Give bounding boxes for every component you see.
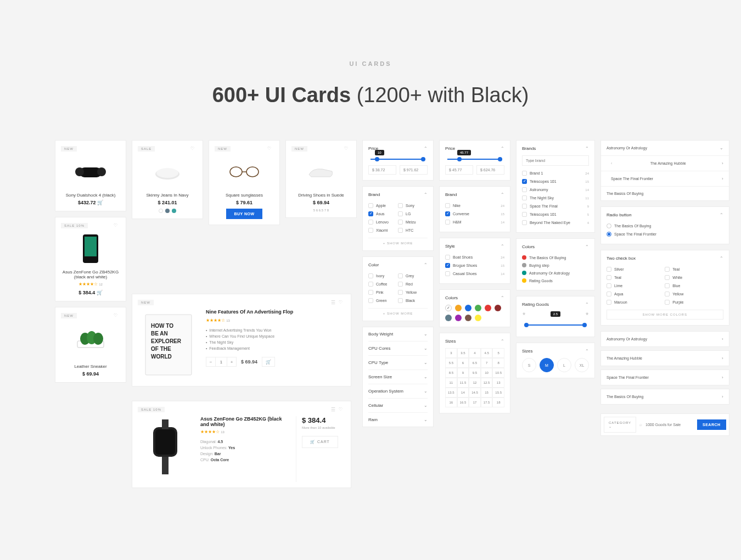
color-swatch[interactable]	[465, 305, 471, 311]
size-cell[interactable]: 5	[492, 348, 504, 358]
size-cell[interactable]: 3.5	[457, 348, 469, 358]
checkbox-row[interactable]: Telescopes 10115	[522, 177, 589, 186]
link-row[interactable]: Astronomy Or Astrology›	[601, 332, 729, 346]
chevron-up-icon[interactable]: ⌃	[424, 262, 428, 267]
color-row[interactable]: Astronomy Or Astrology	[522, 269, 589, 277]
checkbox-row[interactable]: Lime	[607, 282, 665, 290]
rating-slider[interactable]	[524, 324, 587, 326]
checkbox-row[interactable]: Silver	[607, 265, 665, 273]
size-cell[interactable]: 14.5	[469, 388, 481, 397]
chevron-up-icon[interactable]: ⌃	[585, 302, 589, 307]
chevron-up-icon[interactable]: ⌃	[424, 146, 428, 151]
checkbox-row[interactable]: Yellow	[665, 290, 723, 298]
size-cell[interactable]: 10	[481, 368, 493, 378]
color-swatch[interactable]	[475, 305, 481, 311]
checkbox-row[interactable]: Brand 124	[522, 169, 589, 177]
heart-icon[interactable]: ♡	[190, 146, 197, 153]
size-cell[interactable]: 7	[481, 358, 493, 368]
size-button[interactable]: XL	[575, 358, 589, 372]
size-cell[interactable]: 18	[492, 397, 504, 407]
size-cell[interactable]: 6.5	[469, 358, 481, 368]
link-row[interactable]: The Basics Of Buying›	[601, 389, 729, 404]
checkbox-row[interactable]: Teal	[607, 273, 665, 282]
chevron-up-icon[interactable]: ⌃	[501, 244, 504, 249]
brand-search-input[interactable]	[522, 155, 589, 166]
radio-row[interactable]: The Basics Of Buying	[607, 222, 723, 230]
size-cell[interactable]: 3	[445, 348, 457, 358]
list-item[interactable]: The Basics Of Buying	[601, 187, 729, 200]
checkbox-row[interactable]: White	[665, 273, 723, 282]
radio-row[interactable]: Space The Final Frontier	[607, 230, 723, 238]
checkbox-row[interactable]: Boat Shoes24	[445, 253, 504, 261]
size-cell[interactable]: 13	[492, 378, 504, 388]
checkbox-row[interactable]: Pink	[368, 288, 398, 296]
size-button[interactable]: M	[540, 358, 554, 372]
price-min[interactable]: $ 45.77	[445, 165, 473, 175]
product-card[interactable]: NEW ♡ Driving Shoes in Suede $ 69.94 5 6…	[285, 140, 357, 218]
color-row[interactable]: Buying step	[522, 261, 589, 269]
color-swatch[interactable]: ✓	[445, 305, 452, 311]
cart-button[interactable]: 🛒	[262, 357, 275, 367]
checkbox-row[interactable]: Blue	[665, 282, 723, 290]
checkbox-row[interactable]: Nike24	[445, 201, 504, 210]
chevron-up-icon[interactable]: ⌃	[501, 339, 504, 344]
product-card-wide[interactable]: SALE 10% ♡ ☰ Asus ZenFone Go ZB452KG (bl…	[132, 401, 351, 488]
filter-collapsed[interactable]: Body Weight⌄	[368, 327, 428, 341]
checkbox-row[interactable]: The Night Sky11	[522, 194, 589, 202]
checkbox-row[interactable]: H&M14	[445, 218, 504, 226]
price-slider[interactable]: 10	[370, 159, 425, 160]
size-cell[interactable]: 11	[445, 378, 457, 388]
color-swatch[interactable]	[445, 315, 452, 321]
checkbox-row[interactable]: Ivory	[368, 272, 398, 280]
price-min[interactable]: $ 38.72	[368, 165, 396, 175]
checkbox-row[interactable]: Space The Final9	[522, 202, 589, 210]
checkbox-row[interactable]: Green	[368, 296, 398, 305]
checkbox-row[interactable]: Meizu	[398, 218, 428, 226]
heart-icon[interactable]: ♡	[344, 146, 351, 153]
product-card[interactable]: SALE 10% ♡ Asus ZenFone Go ZB452KG (blac…	[55, 217, 126, 301]
filter-collapsed[interactable]: Operation System⌄	[368, 384, 428, 398]
size-cell[interactable]: 13.5	[445, 388, 457, 397]
cart-button[interactable]: 🛒 CART	[302, 436, 338, 448]
buy-now-button[interactable]: BUY NOW	[226, 209, 262, 219]
color-swatches[interactable]	[138, 209, 197, 213]
filter-collapsed[interactable]: Screen Size⌄	[368, 369, 428, 384]
heart-icon[interactable]: ♡	[114, 313, 120, 320]
heart-icon[interactable]: ♡	[114, 223, 120, 229]
filter-collapsed[interactable]: CPU Cores⌄	[368, 341, 428, 355]
chevron-up-icon[interactable]: ⌃	[585, 146, 589, 151]
color-swatch[interactable]	[455, 305, 462, 311]
menu-icon[interactable]: ☰	[331, 407, 335, 412]
size-cell[interactable]: 16.5	[457, 397, 469, 407]
size-cell[interactable]: 10.5	[492, 368, 504, 378]
checkbox-row[interactable]: Telescopes 1015	[522, 210, 589, 219]
product-card[interactable]: SALE ♡ Skinny Jeans In Navy $ 241.01	[132, 140, 203, 219]
link-row[interactable]: Space The Final Frontier›	[601, 370, 729, 385]
price-max[interactable]: $ 971.62	[400, 165, 428, 175]
chevron-up-icon[interactable]: ⌃	[585, 349, 589, 354]
filter-collapsed[interactable]: CPU Type⌄	[368, 355, 428, 369]
chevron-up-icon[interactable]: ⌃	[501, 146, 504, 151]
checkbox-row[interactable]: Yellow	[398, 288, 428, 296]
size-cell[interactable]: 11.5	[457, 378, 469, 388]
size-cell[interactable]: 8.5	[445, 368, 457, 378]
checkbox-row[interactable]: Beyond The Naked Eye4	[522, 219, 589, 227]
size-list[interactable]: 5 6 6.5 7 8	[291, 209, 351, 212]
product-card-wide[interactable]: NEW ♡ ☰ HOW TOBE ANEXPLOREROF THEWORLD N…	[132, 294, 351, 387]
size-cell[interactable]: 12	[469, 378, 481, 388]
checkbox-row[interactable]: Xiaomi	[368, 226, 398, 234]
product-card[interactable]: NEW ♡ Leather Sneaker $ 69.94	[55, 307, 126, 383]
search-input[interactable]	[645, 423, 694, 427]
checkbox-row[interactable]: Asus	[368, 210, 398, 218]
size-cell[interactable]: 16	[445, 397, 457, 407]
heart-icon[interactable]: ♡	[339, 300, 345, 306]
checkbox-row[interactable]: Grey	[398, 272, 428, 280]
checkbox-row[interactable]: Casual Shoes14	[445, 270, 504, 278]
checkbox-row[interactable]: Brogue Shoes15	[445, 261, 504, 270]
heart-icon[interactable]: ♡	[267, 146, 274, 153]
size-cell[interactable]: 15.5	[492, 388, 504, 397]
checkbox-row[interactable]: Purple	[665, 298, 723, 306]
chevron-down-icon[interactable]: ⌄	[720, 145, 723, 150]
color-swatch[interactable]	[465, 315, 471, 321]
checkbox-row[interactable]: Red	[398, 280, 428, 288]
